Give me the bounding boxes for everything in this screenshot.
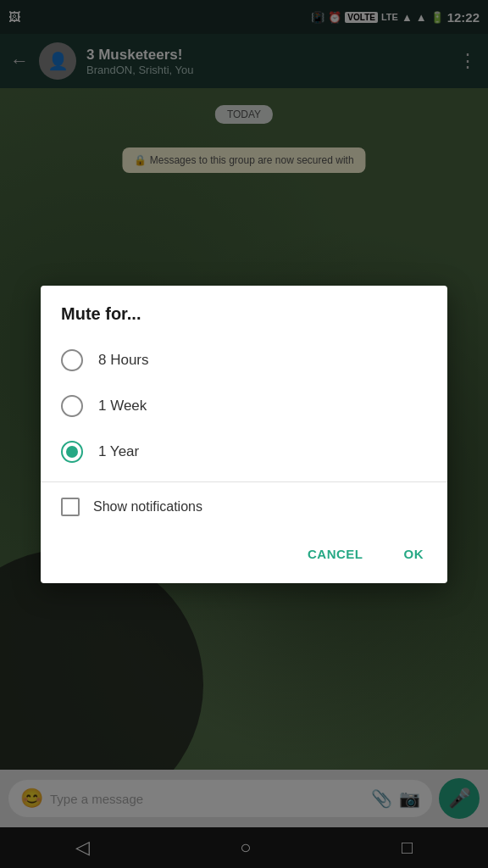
dialog-options: 8 Hours 1 Week 1 Year [41, 331, 447, 481]
option-1week[interactable]: 1 Week [41, 383, 447, 429]
notification-label: Show notifications [93, 499, 202, 515]
cancel-button[interactable]: CANCEL [297, 540, 374, 568]
radio-1year[interactable] [61, 441, 83, 463]
dialog-notification[interactable]: Show notifications [41, 482, 447, 531]
mute-dialog: Mute for... 8 Hours 1 Week 1 Year [41, 286, 447, 583]
dialog-actions: CANCEL OK [41, 531, 447, 583]
option-8hours-label: 8 Hours [98, 352, 149, 369]
dialog-overlay: Mute for... 8 Hours 1 Week 1 Year [0, 0, 488, 868]
dialog-title: Mute for... [41, 286, 447, 331]
option-1week-label: 1 Week [98, 398, 147, 415]
notification-checkbox[interactable] [61, 498, 80, 516]
option-1year[interactable]: 1 Year [41, 429, 447, 475]
radio-8hours[interactable] [61, 349, 83, 371]
radio-dot-1year [66, 446, 78, 458]
radio-1week[interactable] [61, 395, 83, 417]
option-8hours[interactable]: 8 Hours [41, 337, 447, 383]
option-1year-label: 1 Year [98, 443, 139, 460]
ok-button[interactable]: OK [394, 540, 435, 568]
